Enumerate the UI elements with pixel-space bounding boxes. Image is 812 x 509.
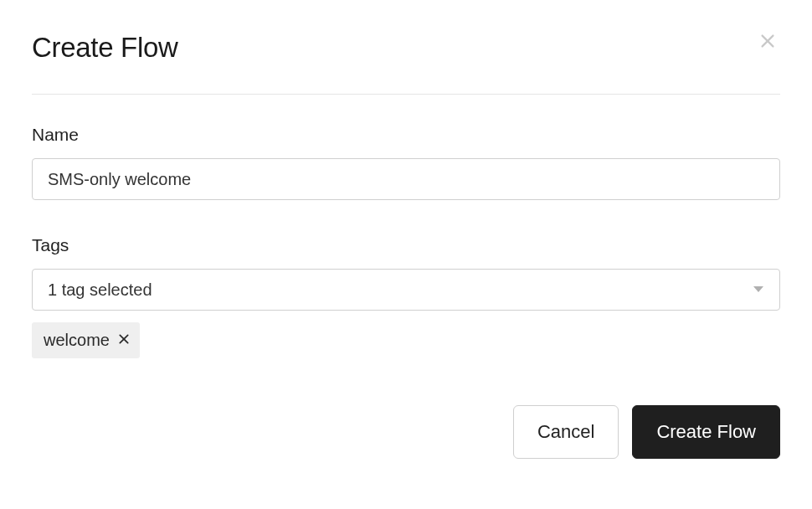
cancel-button[interactable]: Cancel [513,405,619,459]
tags-field-group: Tags 1 tag selected welcome [32,235,780,358]
modal-footer: Cancel Create Flow [32,405,780,459]
tags-select[interactable]: 1 tag selected [32,269,780,311]
tags-select-summary: 1 tag selected [48,280,152,300]
tag-remove-button[interactable] [118,333,130,347]
tags-label: Tags [32,235,780,255]
create-flow-button[interactable]: Create Flow [632,405,780,459]
tag-chip: welcome [32,322,140,358]
selected-tags-row: welcome [32,322,780,358]
modal-header: Create Flow [32,32,780,95]
create-flow-modal: Create Flow Name Tags 1 tag selected [0,0,812,459]
close-icon [758,32,777,53]
modal-title: Create Flow [32,32,178,64]
close-button[interactable] [755,28,780,56]
remove-icon [118,333,130,347]
name-input[interactable] [32,158,780,200]
chevron-down-icon [753,285,764,294]
name-field-group: Name [32,125,780,200]
tag-chip-label: welcome [44,331,110,350]
name-label: Name [32,125,780,145]
